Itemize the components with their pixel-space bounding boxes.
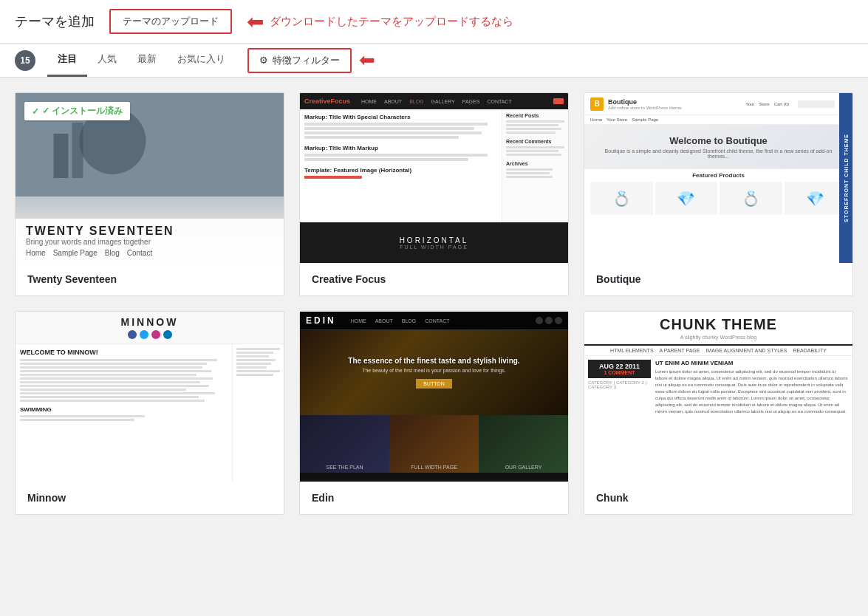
cf-sline: [506, 124, 558, 126]
cf-post-title2: Markup: Title With Markup: [304, 145, 497, 151]
theme-name-twenty-seventeen: Twenty Seventeen: [27, 273, 117, 285]
ck-subtitle: A slightly chunky WordPress blog: [592, 335, 845, 340]
ck-comment-count: 1 COMMENT: [591, 370, 648, 375]
svg-rect-3: [72, 123, 83, 178]
bq-products: 💍 💎 💍 💎: [590, 182, 847, 215]
tab-latest[interactable]: 最新: [127, 44, 167, 77]
ed-logo: EDIN: [306, 315, 336, 326]
mn-sline: [236, 348, 280, 350]
theme-info-boutique: Boutique: [584, 263, 852, 295]
theme-info-edin: Edin: [300, 482, 568, 514]
theme-card-edin[interactable]: EDIN HOME ABOUT BLOG CONTACT The essence…: [299, 311, 569, 515]
theme-card-chunk[interactable]: CHUNK THEME A slightly chunky WordPress …: [584, 311, 853, 515]
theme-name-minnow: Minnow: [27, 492, 66, 504]
mn-sline: [236, 374, 273, 376]
mn-line2: [20, 419, 134, 421]
cf-body: Markup: Title With Special Characters Ma…: [300, 109, 568, 222]
mn-header: MINNOW: [16, 312, 284, 344]
cf-sline2: [506, 146, 564, 148]
mn-line: [20, 396, 199, 398]
bq-search-box: [798, 100, 835, 108]
ck-left: AUG 22 2011 1 COMMENT CATEGORY | CATEGOR…: [588, 360, 651, 478]
theme-name-creative-focus: Creative Focus: [312, 273, 386, 285]
feature-filter-button[interactable]: ⚙ 特徴フィルター: [247, 48, 352, 73]
ck-post-title: UT ENIM AD MINIM VENIAM: [655, 360, 849, 366]
theme-card-twenty-seventeen[interactable]: TWENTY SEVENTEEN Bring your words and im…: [15, 92, 284, 296]
ts-nav: HomeSample PageBlogContact: [26, 246, 273, 257]
ck-title: CHUNK THEME: [592, 316, 845, 333]
installed-badge: ✓ ✓ インストール済み: [24, 102, 130, 120]
ts-title-text: TWENTY SEVENTEEN: [26, 225, 273, 238]
bq-banner: Welcome to Boutique Boutique is a simple…: [584, 125, 852, 169]
bq-top-nav: Your Store Cart (0): [745, 102, 789, 106]
checkmark-icon: ✓: [32, 106, 39, 117]
tab-popular[interactable]: 人気: [87, 44, 127, 77]
mn-title: MINNOW: [21, 316, 278, 328]
ed-hero-btn: BUTTON: [416, 379, 452, 389]
theme-card-minnow[interactable]: MINNOW WELCOME TO MINNOW!: [15, 311, 284, 515]
theme-card-creative-focus[interactable]: CreativeFocus HOME ABOUT BLOG GALLERY PA…: [299, 92, 569, 296]
mn-line: [20, 389, 186, 391]
mn-line: [20, 392, 215, 394]
ck-nav: HTML ELEMENTS A PARENT PAGE IMAGE ALIGNM…: [584, 346, 852, 356]
cf-sline2: [506, 154, 561, 156]
mn-sidebar: [232, 344, 284, 482]
ed-icon: [536, 317, 543, 324]
ed-hero-title: The essence of the finest taste and styl…: [348, 357, 519, 365]
theme-thumbnail-chunk: CHUNK THEME A slightly chunky WordPress …: [584, 312, 852, 482]
theme-thumbnail-minnow: MINNOW WELCOME TO MINNOW!: [16, 312, 284, 482]
ed-hero-sub: The beauty of the first meal is your pas…: [348, 368, 519, 373]
tab-favorites[interactable]: お気に入り: [167, 44, 236, 77]
ts-overlay: TWENTY SEVENTEEN Bring your words and im…: [16, 219, 284, 263]
ck-nav-read: READABILITY: [793, 348, 827, 353]
mn-main: WELCOME TO MINNOW! SWIMMING: [16, 344, 232, 482]
mn-line: [20, 400, 205, 402]
ed-icon: [555, 317, 562, 324]
tab-featured[interactable]: 注目: [47, 44, 87, 77]
theme-thumbnail-twenty-seventeen: TWENTY SEVENTEEN Bring your words and im…: [16, 93, 284, 263]
cf-archives: Archives: [506, 161, 564, 166]
ed-hero: The essence of the finest taste and styl…: [300, 330, 568, 415]
ck-post-body: Lorem ipsum dolor sit amet, consectetur …: [655, 369, 849, 478]
mn-line: [20, 359, 217, 361]
theme-info-minnow: Minnow: [16, 482, 284, 514]
cf-bottom-label: HORIZONTAL: [400, 236, 469, 244]
filter-arrow-annotation: ⬅: [359, 49, 375, 72]
theme-card-boutique[interactable]: STOREFRONT CHILD THEME B Boutique Add on…: [584, 92, 853, 296]
installed-label: ✓ インストール済み: [42, 105, 123, 117]
mn-fb-icon: [128, 330, 137, 339]
mn-welcome: WELCOME TO MINNOW!: [20, 349, 228, 356]
mn-line: [20, 374, 197, 376]
arrow-left-icon-2: ⬅: [359, 49, 375, 72]
theme-info-creative-focus: Creative Focus: [300, 263, 568, 295]
ck-header: CHUNK THEME A slightly chunky WordPress …: [584, 312, 852, 346]
theme-info-twenty-seventeen: Twenty Seventeen: [16, 263, 284, 295]
mn-sline: [236, 355, 269, 357]
bq-header: B Boutique Add online store to WordPress…: [584, 93, 852, 115]
cf-post-title3: Template: Featured Image (Horizontal): [304, 167, 497, 174]
mn-body: WELCOME TO MINNOW! SWIMMING: [16, 344, 284, 482]
top-bar: テーマを追加 テーマのアップロード ⬅ ダウンロードしたテーマをアップロードする…: [0, 0, 868, 44]
ck-date-box: AUG 22 2011 1 COMMENT: [588, 360, 651, 378]
cf-aline: [506, 172, 550, 174]
upload-theme-button[interactable]: テーマのアップロード: [109, 9, 232, 34]
theme-name-boutique: Boutique: [596, 273, 641, 285]
bq-product-4: 💎: [785, 182, 847, 215]
cf-header: CreativeFocus HOME ABOUT BLOG GALLERY PA…: [300, 93, 568, 109]
ck-date: AUG 22 2011: [591, 363, 648, 370]
mn-ig-icon: [151, 330, 160, 339]
cf-main: Markup: Title With Special Characters Ma…: [300, 109, 502, 222]
themes-grid: TWENTY SEVENTEEN Bring your words and im…: [0, 78, 868, 530]
mn-line: [20, 377, 213, 380]
cf-bottom: HORIZONTAL FULL WIDTH PAGE: [300, 222, 568, 263]
ck-body: AUG 22 2011 1 COMMENT CATEGORY | CATEGOR…: [584, 356, 852, 482]
bq-banner-desc: Boutique is a simple and cleanly designe…: [584, 148, 852, 159]
theme-thumbnail-edin: EDIN HOME ABOUT BLOG CONTACT The essence…: [300, 312, 568, 482]
bq-product-3: 💍: [720, 182, 782, 215]
ed-hero-content: The essence of the finest taste and styl…: [342, 351, 525, 394]
theme-name-chunk: Chunk: [596, 492, 629, 504]
cf-line: [304, 127, 474, 130]
ck-cats: CATEGORY | CATEGORY 2 | CATEGORY 3: [588, 380, 651, 389]
mn-sline: [236, 370, 280, 372]
mn-sline: [236, 366, 267, 369]
